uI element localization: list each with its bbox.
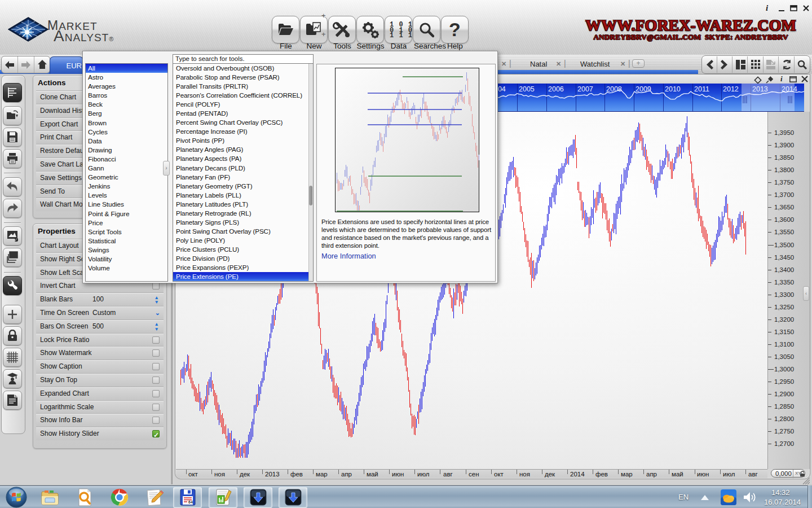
svg-text:64: 64: [188, 500, 193, 504]
